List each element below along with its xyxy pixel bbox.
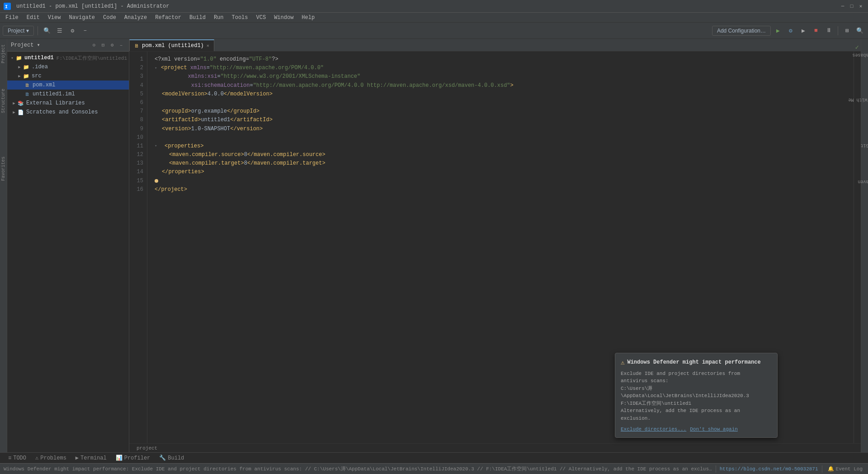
menu-build[interactable]: Build bbox=[186, 13, 209, 23]
menu-analyze[interactable]: Analyze bbox=[121, 13, 151, 23]
window-controls: ─ □ ✕ bbox=[839, 3, 864, 10]
structure-sidebar-tab[interactable]: Structure bbox=[0, 85, 7, 117]
code-line-5: <modelVersion>4.0.0</modelVersion> bbox=[155, 90, 846, 99]
panel-close[interactable]: – bbox=[117, 41, 125, 49]
search-btn[interactable]: 🔍 bbox=[854, 25, 865, 36]
status-sep-1 bbox=[716, 465, 716, 473]
notification-popup: ⚠ Windows Defender might impact performa… bbox=[615, 353, 778, 438]
notif-body-line1: Exclude IDE and project directories from bbox=[621, 370, 772, 378]
status-url[interactable]: https://blog.csdn.net/m0-50032871 bbox=[720, 466, 818, 472]
tree-item-pom[interactable]: 🗎 pom.xml bbox=[7, 81, 129, 90]
editor-tab-pom[interactable]: 🗎 pom.xml (untitled1) ✕ bbox=[129, 39, 214, 51]
tree-arrow-ext: ▶ bbox=[11, 101, 17, 106]
line-num-10: 10 bbox=[133, 133, 143, 142]
terminal-tab[interactable]: ▶ Terminal bbox=[71, 453, 111, 464]
project-label: Project bbox=[8, 28, 24, 34]
dont-show-again-link[interactable]: Don't show again bbox=[690, 427, 738, 432]
menu-view[interactable]: View bbox=[44, 13, 65, 23]
panel-settings[interactable]: ⚙ bbox=[108, 41, 116, 49]
properties-open: <properties> bbox=[161, 142, 203, 151]
build-label: Build bbox=[168, 455, 184, 461]
problems-tab[interactable]: ⚠ Problems bbox=[31, 453, 71, 464]
git-panel-tab[interactable]: Git bbox=[857, 142, 868, 149]
bottom-panel-bar: ≡ TODO ⚠ Problems ▶ Terminal 📊 Profiler … bbox=[0, 452, 868, 463]
tree-item-src[interactable]: ▶ 📁 src bbox=[7, 71, 129, 81]
search-everywhere-btn[interactable]: 🔍 bbox=[42, 25, 52, 36]
event-log-btn[interactable]: 🔔 Event Log bbox=[826, 464, 864, 474]
view-mode-btn[interactable]: ⊞ bbox=[842, 25, 853, 36]
menu-run[interactable]: Run bbox=[210, 13, 227, 23]
debug-button[interactable]: ⚙ bbox=[785, 25, 796, 36]
tree-path-root: F:\IDEA工作空间\untitled1 bbox=[57, 55, 127, 62]
tree-arrow-idea: ▶ bbox=[16, 65, 23, 70]
scroll-gutter[interactable] bbox=[857, 53, 859, 443]
code-line-13: <maven.compiler.target>8</maven.compiler… bbox=[155, 159, 846, 168]
tree-arrow-src: ▶ bbox=[16, 74, 23, 79]
menu-navigate[interactable]: Navigate bbox=[65, 13, 99, 23]
tag-project: <project bbox=[161, 64, 187, 72]
structural-search-btn[interactable]: ☰ bbox=[54, 25, 65, 36]
menu-window[interactable]: Window bbox=[270, 13, 297, 23]
line-num-4: 4 bbox=[133, 81, 143, 90]
panel-collapse-all[interactable]: ⊟ bbox=[99, 41, 107, 49]
menu-code[interactable]: Code bbox=[99, 13, 120, 23]
favorites-sidebar-tab[interactable]: Favorites bbox=[0, 153, 7, 185]
menu-edit[interactable]: Edit bbox=[23, 13, 43, 23]
tree-label-idea: .idea bbox=[32, 64, 48, 70]
code-line-3: xmlns:xsi="http://www.w3.org/2001/XMLSch… bbox=[155, 72, 846, 81]
menu-refactor[interactable]: Refactor bbox=[151, 13, 185, 23]
fold-arrow-2[interactable]: ▾ bbox=[155, 65, 160, 71]
tree-label-root: untitled1 bbox=[24, 55, 54, 61]
menu-file[interactable]: File bbox=[2, 13, 22, 23]
tree-label-pom: pom.xml bbox=[33, 82, 55, 88]
tree-item-root[interactable]: ▾ 📁 untitled1 F:\IDEA工作空间\untitled1 bbox=[7, 53, 129, 62]
code-line-8: <artifactId>untitled1</artifactId> bbox=[155, 116, 846, 124]
menu-tools[interactable]: Tools bbox=[228, 13, 252, 23]
run-button[interactable]: ▶ bbox=[773, 25, 783, 36]
maven-panel-tab[interactable]: Maven bbox=[854, 178, 868, 185]
pause-button[interactable]: ⏸ bbox=[823, 25, 834, 36]
tab-close-button[interactable]: ✕ bbox=[207, 43, 209, 48]
stop-button[interactable]: ■ bbox=[811, 25, 821, 36]
fold-arrow-11[interactable]: ▾ bbox=[155, 143, 160, 149]
tree-item-scratches[interactable]: ▶ 📄 Scratches and Consoles bbox=[7, 108, 129, 117]
model-version: <modelVersion>4.0.0</modelVersion> bbox=[155, 90, 273, 99]
app-icon: I bbox=[4, 3, 11, 10]
settings-btn[interactable]: – bbox=[80, 25, 90, 36]
build-tab[interactable]: 🔧 Build bbox=[155, 453, 189, 464]
todo-tab[interactable]: ≡ TODO bbox=[4, 453, 31, 464]
databases-panel-tab[interactable]: Databases bbox=[849, 52, 868, 58]
group-id: <groupId>org.example</groupId> bbox=[155, 107, 259, 116]
status-message: Windows Defender might impact performanc… bbox=[4, 465, 712, 472]
bookmark-btn[interactable]: ⚙ bbox=[67, 25, 78, 36]
minimize-button[interactable]: ─ bbox=[839, 3, 846, 10]
panel-scroll-from-source[interactable]: ⊙ bbox=[90, 41, 98, 49]
scratches-icon: 📄 bbox=[17, 109, 24, 116]
maximize-button[interactable]: □ bbox=[848, 3, 855, 10]
tree-label-ext: External Libraries bbox=[26, 100, 85, 106]
code-line-2: ▾ <project xmlns="http://maven.apache.or… bbox=[155, 64, 846, 72]
properties-close: </properties> bbox=[155, 168, 204, 176]
line-num-1: 1 bbox=[133, 55, 143, 64]
notif-body-line4: exclusion. bbox=[621, 415, 772, 422]
project-sidebar-tab[interactable]: Project bbox=[0, 41, 7, 67]
close-button[interactable]: ✕ bbox=[857, 3, 864, 10]
line-num-15: 15 bbox=[133, 177, 143, 185]
right-gutter bbox=[854, 52, 861, 443]
menu-vcs[interactable]: VCS bbox=[253, 13, 270, 23]
add-configuration-button[interactable]: Add Configuration… bbox=[712, 26, 771, 36]
tree-item-idea[interactable]: ▶ 📁 .idea bbox=[7, 62, 129, 71]
code-line-14: </properties> bbox=[155, 168, 846, 176]
line-num-6: 6 bbox=[133, 99, 143, 107]
codewithme-panel-tab[interactable]: Code With Me bbox=[844, 96, 868, 103]
exclude-directories-link[interactable]: Exclude directories... bbox=[621, 427, 686, 432]
tree-item-iml[interactable]: 🗎 untitled1.iml bbox=[7, 90, 129, 99]
profiler-tab[interactable]: 📊 Profiler bbox=[111, 453, 155, 464]
project-dropdown[interactable]: Project ▾ bbox=[3, 26, 34, 36]
dropdown-arrow-icon: ▾ bbox=[26, 28, 29, 34]
menu-help[interactable]: Help bbox=[298, 13, 318, 23]
run-config-btn[interactable]: ▶ bbox=[798, 25, 809, 36]
code-line-1: <?xml version="1.0" encoding="UTF-8"?> ✓ bbox=[155, 55, 846, 64]
tree-item-ext-libs[interactable]: ▶ 📚 External Libraries bbox=[7, 99, 129, 108]
line-num-16: 16 bbox=[133, 185, 143, 194]
